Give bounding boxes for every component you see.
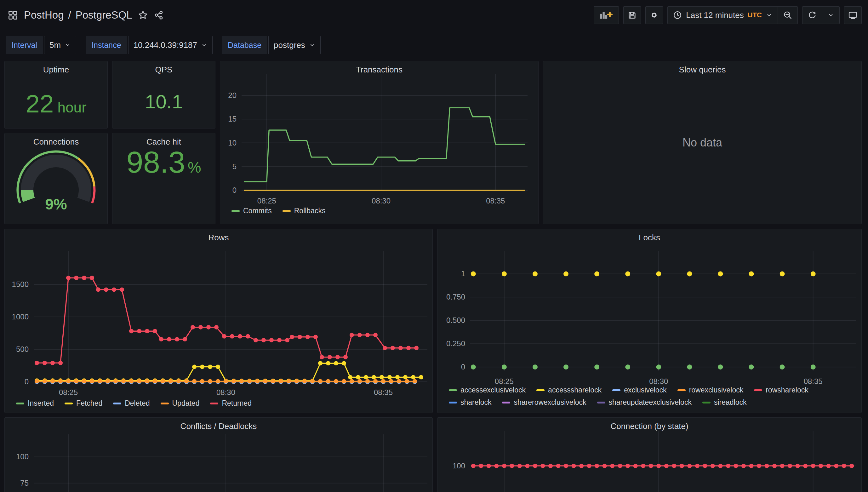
series-point-accesssharelock: [656, 271, 661, 276]
time-range-picker[interactable]: Last 12 minutes UTC: [668, 7, 777, 24]
legend-swatch: [449, 401, 457, 403]
series-point-Fetched: [395, 375, 400, 379]
legend-label: Commits: [243, 206, 272, 215]
legend-item[interactable]: rowexclusivelock: [677, 386, 744, 394]
series-point-Returned: [373, 333, 378, 337]
series-point-accesssharelock: [532, 271, 538, 276]
legend-item[interactable]: sharerowexclusivelock: [502, 398, 586, 407]
instance-select[interactable]: 10.244.0.39:9187: [128, 36, 213, 54]
panel-title[interactable]: Uptime: [5, 65, 107, 75]
rows-chart[interactable]: 08:2508:3008:35050010001500: [5, 229, 433, 413]
share-icon[interactable]: [154, 10, 164, 20]
legend-item[interactable]: Fetched: [65, 399, 102, 408]
panel-connections: Connections 9%: [4, 133, 108, 224]
legend-item[interactable]: Commits: [231, 206, 272, 215]
legend-label: accesssharelock: [548, 386, 601, 394]
series-point-Updated: [239, 379, 244, 383]
apps-grid-icon[interactable]: [7, 10, 18, 21]
panel-connection-by-state: Connection (by state) 100: [437, 417, 862, 492]
series-point-accesssharelock: [564, 271, 569, 276]
series-point-Updated: [153, 379, 157, 383]
star-icon[interactable]: [138, 10, 148, 20]
interval-select[interactable]: 5m: [44, 36, 76, 54]
series-point-active: [595, 464, 599, 468]
series-point-active: [687, 464, 692, 468]
series-point-active: [664, 464, 669, 468]
legend-item[interactable]: shareupdateexclusivelock: [597, 398, 692, 407]
legend-item[interactable]: sireadlock: [702, 398, 747, 407]
cycle-view-mode-button[interactable]: [844, 6, 862, 24]
series-point-Updated: [176, 379, 181, 383]
series-point-active: [849, 464, 854, 468]
series-point-Updated: [98, 379, 102, 383]
series-point-active: [548, 464, 553, 468]
legend-item[interactable]: Deleted: [113, 399, 150, 408]
plus-icon: [608, 13, 612, 17]
legend-item[interactable]: Updated: [160, 399, 200, 408]
y-axis-tick-label: 100: [16, 452, 29, 461]
legend-item[interactable]: exclusivelock: [612, 386, 667, 394]
refresh-button[interactable]: [802, 7, 822, 24]
dashboard-title: PostHog / PostgreSQL: [24, 9, 132, 21]
series-point-active: [572, 464, 576, 468]
legend-item[interactable]: Returned: [210, 399, 252, 408]
panel-title[interactable]: Connections: [5, 137, 107, 147]
series-point-Updated: [389, 379, 393, 383]
refresh-controls: [802, 6, 840, 24]
legend-swatch: [502, 401, 510, 403]
series-point-Updated: [350, 379, 354, 383]
variable-label: Interval: [6, 36, 43, 54]
series-point-Updated: [200, 379, 204, 383]
dashboard-settings-button[interactable]: [645, 6, 663, 24]
legend-item[interactable]: Rollbacks: [282, 206, 326, 215]
series-point-active: [502, 464, 506, 468]
refresh-interval-dropdown[interactable]: [822, 7, 839, 24]
legend-item[interactable]: accesssharelock: [536, 386, 601, 394]
series-point-Returned: [238, 334, 242, 339]
panel-title[interactable]: QPS: [113, 65, 215, 75]
series-point-Updated: [90, 379, 94, 383]
series-point-accesssharelock: [780, 271, 785, 276]
series-point-Fetched: [326, 361, 330, 365]
breadcrumb-folder[interactable]: PostHog: [24, 9, 64, 21]
legend-label: sireadlock: [714, 398, 747, 407]
series-point-accesssharelock: [625, 271, 630, 276]
series-point-Returned: [313, 335, 318, 339]
legend-item[interactable]: rowsharelock: [754, 386, 809, 394]
refresh-icon: [808, 10, 817, 20]
connection-by-state-chart[interactable]: 100: [438, 418, 862, 492]
series-point-active: [695, 464, 699, 468]
series-point-Fetched: [334, 361, 338, 365]
legend-swatch: [612, 389, 620, 391]
legend-item[interactable]: sharelock: [449, 398, 491, 407]
zoom-out-button[interactable]: [777, 7, 797, 24]
y-axis-tick-label: 0: [25, 377, 29, 386]
breadcrumb-dashboard[interactable]: PostgreSQL: [76, 9, 132, 21]
conflicts-chart[interactable]: 75100: [5, 418, 433, 492]
series-point-active: [518, 464, 522, 468]
legend-swatch: [536, 389, 545, 391]
series-point-Returned: [277, 338, 281, 342]
series-point-Returned: [285, 338, 290, 342]
legend-item[interactable]: Inserted: [16, 399, 54, 408]
series-point-Updated: [381, 379, 386, 383]
series-point-active: [842, 464, 846, 468]
series-point-Returned: [183, 337, 187, 341]
save-dashboard-button[interactable]: [623, 6, 641, 24]
legend-label: exclusivelock: [624, 386, 667, 394]
add-panel-button[interactable]: [594, 6, 619, 24]
time-range-label: Last 12 minutes: [686, 10, 744, 20]
database-select[interactable]: postgres: [268, 36, 321, 54]
legend-label: Deleted: [125, 399, 150, 408]
y-axis-tick-label: 0.250: [446, 339, 465, 348]
series-point-active: [765, 464, 769, 468]
transactions-chart[interactable]: 08:2508:3008:3505101520: [220, 61, 539, 225]
series-point-accesssharelock: [502, 271, 507, 276]
legend-label: Rollbacks: [294, 206, 326, 215]
legend-item[interactable]: accessexclusivelock: [449, 386, 526, 394]
legend-swatch: [210, 402, 218, 404]
series-point-accessexclusivelock: [594, 364, 599, 369]
variable-instance: Instance 10.244.0.39:9187: [86, 36, 213, 54]
uptime-value: 22: [26, 91, 53, 117]
y-axis-tick-label: 0.500: [446, 316, 465, 324]
